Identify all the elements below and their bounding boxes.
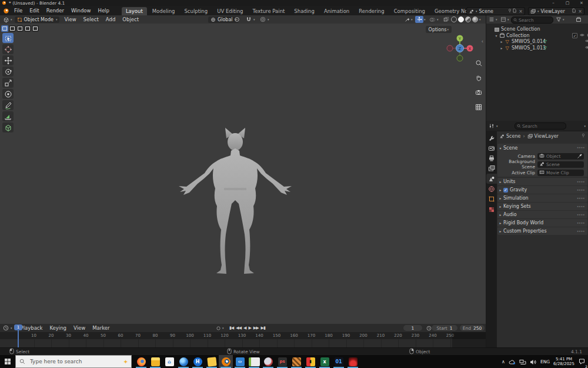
unlink-scene-icon[interactable]: × [519,9,523,14]
onedrive-cloud-icon[interactable] [509,356,516,367]
hide-in-viewport-icon[interactable] [579,32,585,39]
measure-tool[interactable] [2,111,14,121]
camera-field[interactable]: Object [537,153,584,160]
scale-tool[interactable] [2,78,14,88]
viewport-menu-view[interactable]: View [61,15,79,24]
properties-editor-icon[interactable] [487,122,496,130]
new-view-layer-icon[interactable] [572,8,576,14]
jump-to-start-button[interactable]: ▮◀ [229,326,233,330]
drag-handle-icon[interactable]: ∙∙∙∙ [576,213,584,217]
drag-handle-icon[interactable]: ∙∙∙∙ [576,196,584,201]
outliner-search[interactable] [511,16,553,24]
network-icon[interactable] [519,356,526,367]
toggle-ortho-icon[interactable] [475,102,482,113]
blender-taskbar-icon[interactable] [219,355,233,368]
timeline-menu-view[interactable]: View [70,324,89,332]
workspace-tab-sculpting[interactable]: Sculpting [180,7,212,15]
vscode-taskbar-icon[interactable]: ‹› [233,355,247,368]
playhead[interactable]: 1 [14,324,22,330]
start-button[interactable] [0,355,15,368]
copilot-sparkle-icon[interactable]: ✦ [123,359,128,365]
menu-help[interactable]: Help [94,6,112,15]
properties-search-input[interactable] [522,124,564,129]
properties-tab-render[interactable] [486,143,497,153]
panel-simulation[interactable]: ▸Simulation∙∙∙∙ [497,194,587,202]
notes-taskbar-icon[interactable] [205,355,219,368]
frame-start-field[interactable]: Start1 [432,325,457,331]
material-shading-icon[interactable] [465,16,471,22]
notepad-taskbar-icon[interactable] [247,355,261,368]
panel-units[interactable]: ▸Units∙∙∙∙ [497,178,587,185]
drag-handle-icon[interactable]: ∙∙∙∙ [576,204,584,209]
properties-tab-texture[interactable] [486,204,497,214]
eyedropper-icon[interactable] [577,154,582,160]
drag-handle-icon[interactable]: ∙∙∙∙ [576,221,584,226]
transform-tool[interactable] [2,89,14,99]
next-keyframe-button[interactable]: ▶▶ [253,326,259,330]
active-tool-visibility-icon[interactable] [403,16,412,23]
scene-selector[interactable]: ▾ Scene × [466,7,525,15]
drag-handle-icon[interactable]: ∙∙∙∙ [576,229,584,234]
cursor-tool[interactable] [2,44,14,54]
current-frame-field[interactable]: 1 [403,325,422,331]
expand-arrow-icon[interactable]: ▾ [494,34,499,38]
display-mode-icon[interactable] [487,16,496,23]
show-gizmo-icon[interactable] [415,16,423,23]
tray-expand-icon[interactable]: ∧ [502,359,505,364]
properties-search[interactable] [514,122,566,130]
viewport-menu-object[interactable]: Object [119,15,142,24]
new-scene-icon[interactable] [512,8,517,14]
panel-rigid-body-world[interactable]: ▸Rigid Body World∙∙∙∙ [497,219,587,227]
navigation-gizmo[interactable]: Y X Z [443,32,476,65]
annotate-tool[interactable] [2,100,14,110]
active-clip-field[interactable]: Movie Clip [537,170,584,176]
panel-audio[interactable]: ▸Audio∙∙∙∙ [497,211,587,218]
properties-tab-output[interactable] [486,154,497,164]
expand-arrow-icon[interactable]: ▸ [499,46,504,50]
select-mode-extend-icon[interactable] [9,25,16,32]
jump-to-end-button[interactable]: ▶▮ [261,326,265,330]
workspace-tab-rendering[interactable]: Rendering [355,7,388,15]
falloff-dropdown-icon[interactable]: ▾ [268,18,269,21]
workspace-tab-animation[interactable]: Animation [320,7,353,15]
move-tool[interactable] [2,55,14,65]
filter-funnel-icon[interactable] [554,16,563,23]
timeline-track[interactable] [0,339,486,347]
red-app-taskbar-icon[interactable]: ps [275,355,289,368]
panel-custom-properties[interactable]: ▸Custom Properties∙∙∙∙ [497,227,587,235]
minimize-button[interactable]: – [547,0,560,6]
pin-icon[interactable] [581,133,586,139]
gravity-checkbox[interactable]: ✓ [503,188,508,193]
rendered-shading-icon[interactable] [472,16,478,22]
timeline-editor-icon[interactable] [2,324,10,331]
expand-arrow-icon[interactable]: ▸ [499,39,504,44]
pivot-point-icon[interactable] [233,16,241,23]
h-app-taskbar-icon[interactable]: H [191,355,205,368]
editor-type-icon[interactable] [2,16,10,23]
snap-dropdown-icon[interactable]: ▾ [253,18,255,21]
hide-in-viewport-icon[interactable] [584,38,588,45]
view-layer-selector[interactable]: ▾ ViewLayer × [528,7,584,15]
menu-file[interactable]: File [11,6,26,15]
viewport-menu-select[interactable]: Select [80,15,102,24]
shading-dropdown-icon[interactable]: ▾ [479,18,481,21]
scene-panel-header[interactable]: ▾ Scene ∙∙∙∙ [497,144,587,152]
workspace-tab-shading[interactable]: Shading [290,7,319,15]
wireframe-shading-icon[interactable] [451,16,457,22]
exclude-checkbox[interactable]: ✓ [572,33,577,38]
background-scene-field[interactable]: Scene [537,161,584,168]
camera-view-icon[interactable] [475,87,482,98]
auto-keying-icon[interactable] [214,324,222,331]
properties-tab-world[interactable] [486,184,497,194]
workspace-tab-compositing[interactable]: Compositing [390,7,429,15]
flame-app-taskbar-icon[interactable] [346,355,360,368]
outliner-search-input[interactable] [519,18,551,23]
game-app-taskbar-icon[interactable] [289,355,303,368]
store-taskbar-icon[interactable]: ⌂ [162,355,176,368]
file-explorer-taskbar-icon[interactable] [148,355,162,368]
drag-handle-icon[interactable]: ∙∙∙∙ [576,180,584,184]
select-mode-invert-icon[interactable] [24,25,31,32]
new-collection-icon[interactable] [574,16,583,23]
outliner-item-smwos-0-014[interactable]: ▸▽SMWOS_0.014▽ [486,38,588,45]
outliner-item-collection[interactable]: ▾Collection✓ [486,32,588,39]
